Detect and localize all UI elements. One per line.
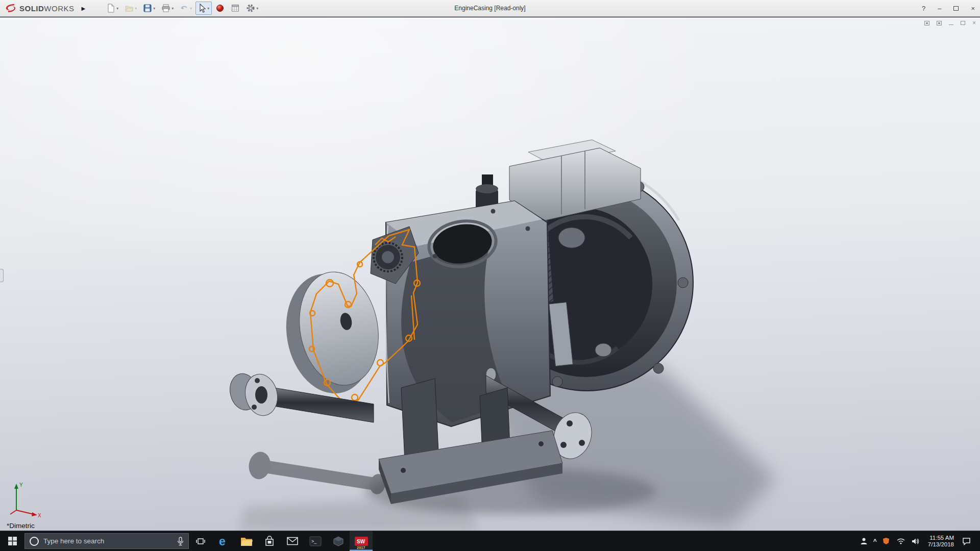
open-folder-icon [125,4,134,13]
command-prompt-button[interactable]: >_ [304,531,327,551]
doc-minimize-button[interactable] [949,21,953,25]
svg-text:>_: >_ [311,539,317,544]
doc-close-button[interactable]: × [972,20,976,26]
taskbar-clock[interactable]: 11:55 AM 7/13/2018 [925,535,957,548]
mail-button[interactable] [281,531,304,551]
folder-icon [240,536,253,546]
graphics-viewport[interactable]: × Y X *Dimetric [0,17,980,531]
microphone-icon[interactable] [177,537,184,546]
new-document-icon [106,4,115,13]
undo-button[interactable]: ▾ [177,2,194,15]
app-close-button[interactable]: × [971,5,975,12]
windows-logo-icon [8,537,17,545]
start-button[interactable] [0,531,24,551]
help-button[interactable]: ? [922,5,925,12]
new-document-button[interactable]: ▾ [104,2,121,15]
select-arrow-icon [198,4,206,13]
print-button[interactable]: ▾ [159,2,176,15]
pane-new-window-icon[interactable] [937,21,942,26]
edge-browser-button[interactable]: e [212,531,235,551]
svg-text:SW: SW [357,539,365,544]
system-tray: ^ 11:55 AM 7/13/2018 [859,531,980,551]
print-icon [161,4,170,13]
defender-shield-icon[interactable] [880,537,892,545]
taskbar-search[interactable] [24,533,189,549]
task-view-icon [195,537,206,546]
store-bag-icon [264,536,275,546]
app-minimize-button[interactable]: – [938,5,941,12]
table-sheet-icon [231,4,240,13]
edge-icon: e [217,535,230,548]
menu-flyout-arrow[interactable]: ▶ [80,6,91,11]
quick-toolbar: ▾ ▾ ▾ ▾ ▾ [104,2,261,15]
triad-y-label: Y [19,482,23,488]
feature-panel-collapse-tab[interactable] [0,269,4,282]
clock-date: 7/13/2018 [928,541,954,548]
save-button[interactable]: ▾ [140,2,158,15]
clock-time: 11:55 AM [928,535,954,541]
design-table-button[interactable] [228,2,242,15]
cad-utility-button[interactable] [327,531,350,551]
search-input[interactable] [43,537,173,545]
windows-taskbar: e >_ SW [0,531,980,551]
gear-icon [246,4,255,13]
cortana-icon [29,536,39,546]
save-floppy-icon [143,4,152,13]
solidworks-logo: SOLIDWORKS [0,3,80,13]
terminal-icon: >_ [309,536,322,546]
doc-restore-button[interactable] [961,21,965,25]
document-window-controls: × [924,20,976,26]
volume-icon[interactable] [910,538,921,545]
undo-icon [180,4,189,13]
cad-cube-icon [333,536,344,547]
solidworks-app-button[interactable]: SW 2017 [350,531,373,551]
mail-envelope-icon [287,537,298,545]
svg-text:e: e [219,535,226,548]
select-tool-button[interactable]: ▾ [195,2,212,15]
file-explorer-button[interactable] [235,531,258,551]
store-button[interactable] [258,531,281,551]
action-center-icon[interactable] [961,537,972,545]
titlebar: SOLIDWORKS ▶ ▾ ▾ ▾ [0,0,980,17]
app-window-controls: ? – × [922,0,975,17]
view-orientation-label: *Dimetric [7,522,35,530]
brand-text: SOLIDWORKS [19,4,75,13]
reference-triad: Y X [8,479,46,517]
hidden-icons-chevron[interactable]: ^ [873,538,877,545]
solidworks-year-badge: 2017 [357,546,365,549]
appearances-button[interactable] [213,2,227,15]
solidworks-app-icon: SW [355,537,368,546]
pane-split-icon[interactable] [924,21,929,26]
triad-x-label: X [38,513,41,517]
ds-logo-icon [4,3,17,13]
network-icon[interactable] [895,538,906,544]
engine-casing-3d-model[interactable] [0,17,980,531]
options-button[interactable]: ▾ [243,2,261,15]
app-maximize-button[interactable] [953,6,959,11]
people-icon[interactable] [859,537,870,545]
open-button[interactable]: ▾ [122,2,139,15]
appearance-sphere-icon [215,4,225,13]
task-view-button[interactable] [189,531,212,551]
